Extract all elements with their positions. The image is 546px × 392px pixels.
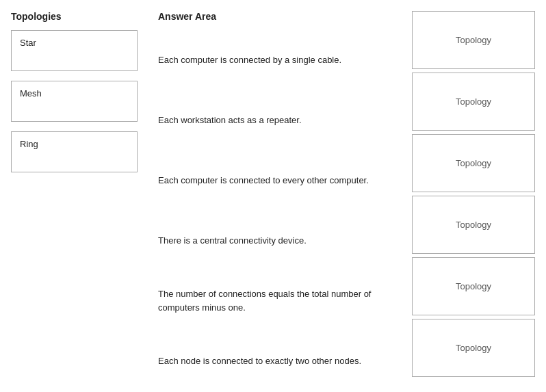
answer-row-row5: The number of connections equals the tot…	[158, 271, 405, 331]
topology-source-item-star[interactable]: Star	[11, 30, 138, 71]
main-container: Topologies StarMeshRing Answer Area Each…	[11, 11, 535, 391]
answer-description-row4: There is a central connectivity device.	[158, 211, 405, 270]
answer-description-row3: Each computer is connected to every othe…	[158, 151, 405, 210]
topology-dropzone-dz2[interactable]: Topology	[412, 73, 535, 131]
topology-dropzone-col: TopologyTopologyTopologyTopologyTopology…	[412, 11, 535, 391]
topology-dropzone-dz6[interactable]: Topology	[412, 319, 535, 377]
topology-source-item-ring[interactable]: Ring	[11, 131, 138, 172]
answer-row-row1: Each computer is connected by a single c…	[158, 30, 405, 90]
answer-row-row3: Each computer is connected to every othe…	[158, 151, 405, 211]
answer-row-row6: Each node is connected to exactly two ot…	[158, 331, 405, 391]
topology-dropzone-dz3[interactable]: Topology	[412, 134, 535, 192]
topology-dropzone-dz4[interactable]: Topology	[412, 196, 535, 254]
answer-row-row2: Each workstation acts as a repeater.	[158, 90, 405, 151]
answer-description-row1: Each computer is connected by a single c…	[158, 30, 405, 90]
topology-source-label-mesh: Mesh	[20, 88, 42, 99]
topology-source-label-star: Star	[20, 38, 36, 48]
topologies-title: Topologies	[11, 11, 138, 22]
answer-area-title: Answer Area	[158, 11, 405, 22]
answer-area-panel: Answer Area Each computer is connected b…	[144, 11, 412, 391]
answer-description-row5: The number of connections equals the tot…	[158, 271, 405, 330]
answer-description-row6: Each node is connected to exactly two ot…	[158, 331, 405, 391]
topology-items-list: StarMeshRing	[11, 30, 138, 172]
topology-dropzone-dz5[interactable]: Topology	[412, 257, 535, 315]
answer-rows: Each computer is connected by a single c…	[158, 30, 405, 391]
topology-source-item-mesh[interactable]: Mesh	[11, 81, 138, 122]
answer-row-row4: There is a central connectivity device.	[158, 211, 405, 271]
answer-description-row2: Each workstation acts as a repeater.	[158, 90, 405, 150]
topologies-panel: Topologies StarMeshRing	[11, 11, 144, 391]
topology-dropzone-dz1[interactable]: Topology	[412, 11, 535, 69]
topology-source-label-ring: Ring	[20, 139, 38, 149]
